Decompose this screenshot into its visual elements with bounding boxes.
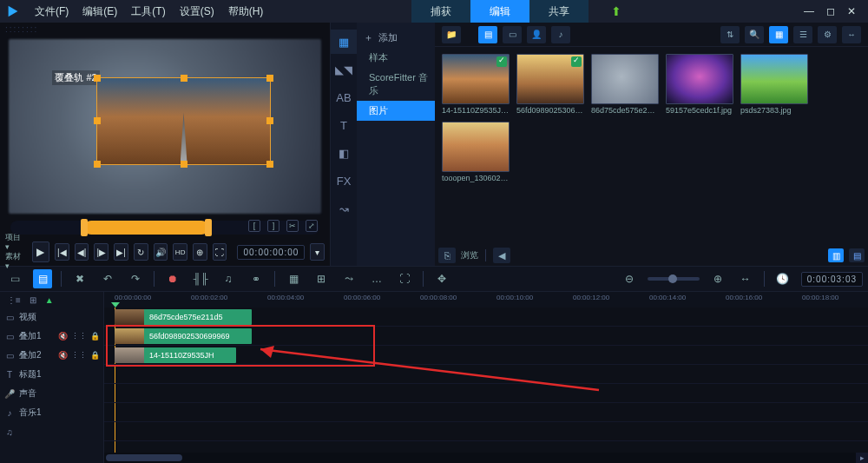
resize-handle[interactable] [94,161,101,168]
view-resize-button[interactable]: ↔ [842,26,861,43]
overlay-selection[interactable] [96,77,272,165]
track-up-icon[interactable]: ▲ [45,295,54,305]
path-icon[interactable]: ↝ [331,196,357,221]
pan-button[interactable]: ✥ [432,269,451,288]
mark-out-icon[interactable]: ] [267,220,279,232]
menu-help[interactable]: 帮助(H) [228,4,264,19]
resize-handle[interactable] [181,75,187,82]
go-end-button[interactable]: ▶| [114,243,128,261]
track-row[interactable] [104,422,868,441]
next-frame-button[interactable]: |▶ [94,243,108,261]
zoom-out-button[interactable]: ⊖ [620,269,639,288]
tools-button[interactable]: ✖ [70,269,89,288]
track-head-extra[interactable]: ♫ [0,422,103,441]
layout-a-button[interactable]: ▥ [828,248,844,262]
track-row[interactable]: 14-15110Z9535JH [104,346,868,365]
title-ab-icon[interactable]: AB [331,85,357,109]
library-thumb[interactable]: 59157e5cedc1f.jpg [666,54,733,115]
track-head-video[interactable]: ▭视频 [0,308,103,327]
redo-button[interactable]: ↷ [126,269,145,288]
grid-button[interactable]: ⊞ [312,269,331,288]
transition-icon[interactable]: ◣◥ [331,57,357,82]
undo-button[interactable]: ↶ [98,269,117,288]
tree-images[interactable]: 图片 [357,101,435,121]
resize-handle[interactable] [94,117,101,124]
tab-share[interactable]: 共享 [529,0,589,23]
menu-settings[interactable]: 设置(S) [180,4,214,19]
solo-icon[interactable]: ⋮⋮ [71,351,87,360]
fx-icon[interactable]: FX [331,169,357,193]
import-folder-button[interactable]: 📁 [442,26,461,43]
track-row[interactable]: 56fd098902530699969 [104,327,868,346]
motion-button[interactable]: ⚭ [247,269,266,288]
record-button[interactable]: ⏺ [163,269,182,288]
resize-handle[interactable] [266,117,273,124]
track-add-icon[interactable]: ⊞ [30,295,36,305]
go-start-button[interactable]: |◀ [55,243,69,261]
time-button[interactable]: 🕓 [773,269,792,288]
expand-icon[interactable]: ⤢ [306,220,318,232]
view-settings-button[interactable]: ⚙ [818,26,837,43]
split-icon[interactable]: ✂ [286,220,299,232]
time-ruler[interactable]: 00:00:00:0000:00:02:0000:00:04:0000:00:0… [104,292,868,308]
library-thumb[interactable]: 56fd098902530699660... [516,54,584,115]
play-button[interactable]: ▶ [32,241,49,262]
preview-viewport[interactable]: 覆叠轨 #2 [9,39,321,214]
lock-icon[interactable]: 🔒 [90,332,100,341]
track-head-title[interactable]: T标题1 [0,365,103,384]
library-thumb[interactable]: psds27383.jpg [740,54,808,115]
tab-edit[interactable]: 编辑 [470,0,529,23]
timeline-clip[interactable]: 56fd098902530699969 [115,328,252,344]
search-button[interactable]: 🔍 [745,26,764,43]
scrollbar-thumb[interactable] [106,454,182,461]
mixer-button[interactable]: ╢╟ [191,269,210,288]
fullscreen-button[interactable]: ⛶ [213,243,227,261]
track-row[interactable] [104,365,868,384]
drag-handle-icon[interactable]: :::::::: [0,23,330,36]
crop-button[interactable]: ⛶ [395,269,414,288]
resize-handle[interactable] [266,161,273,168]
zoom-slider[interactable] [648,277,700,281]
resize-handle[interactable] [94,75,101,82]
tab-capture[interactable]: 捕获 [411,0,470,23]
track-head-music[interactable]: ♪音乐1 [0,403,103,422]
source-toggle[interactable]: 项目 ▾ 素材 ▾ [5,233,23,271]
menu-edit[interactable]: 编辑(E) [82,4,117,19]
text-icon[interactable]: T [331,113,357,137]
preview-timecode[interactable]: 00:00:00:00 [237,245,305,260]
track-row[interactable]: 86d75cde575e211d5 [104,308,868,327]
trim-range[interactable] [84,221,207,235]
collapse-button[interactable]: ◀ [493,248,510,263]
loop-button[interactable]: ↻ [134,243,148,261]
zoom-button[interactable]: ⊕ [193,243,207,261]
track-row[interactable] [104,384,868,403]
filter-photo-button[interactable]: 👤 [527,26,546,43]
overlay-icon[interactable]: ◧ [331,141,357,165]
add-folder-button[interactable]: ＋添加 [357,28,435,48]
media-icon[interactable]: ▦ [331,30,357,54]
track-head-overlay2[interactable]: ▭叠加2🔇⋮⋮🔒 [0,346,103,365]
resize-handle[interactable] [266,75,273,82]
track-row[interactable] [104,403,868,422]
filter-video-button[interactable]: ▭ [503,26,522,43]
timeline-view-button[interactable]: ▤ [33,269,52,288]
fit-button[interactable]: ↔ [736,269,755,288]
mute-icon[interactable]: 🔇 [58,332,68,341]
mute-icon[interactable]: 🔇 [58,351,68,360]
timeline-clip[interactable]: 86d75cde575e211d5 [115,309,252,325]
track-head-voice[interactable]: 🎤声音 [0,384,103,403]
track-menu-icon[interactable]: ⋮≡ [7,295,21,305]
prev-frame-button[interactable]: ◀| [75,243,89,261]
track-motion-button[interactable]: ⤳ [339,269,358,288]
menu-file[interactable]: 文件(F) [35,4,69,19]
resize-handle[interactable] [181,161,187,168]
filter-audio-button[interactable]: ♪ [551,26,570,43]
maximize-button[interactable]: ◻ [826,5,835,17]
auto-music-button[interactable]: ♫ [219,269,238,288]
browse-button[interactable]: ⎘ [438,248,456,263]
solo-icon[interactable]: ⋮⋮ [71,332,87,341]
tree-sample[interactable]: 样本 [357,48,435,68]
track-head-overlay1[interactable]: ▭叠加1🔇⋮⋮🔒 [0,327,103,346]
timeline-clip[interactable]: 14-15110Z9535JH [115,347,236,363]
library-thumb[interactable]: tooopen_13060231.jpg [442,122,510,182]
